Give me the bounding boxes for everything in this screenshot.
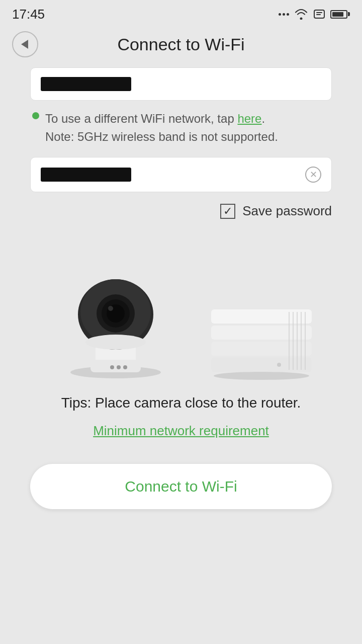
ssid-field[interactable] xyxy=(30,67,332,101)
here-link[interactable]: here xyxy=(237,112,261,125)
svg-rect-17 xyxy=(279,239,285,294)
svg-point-14 xyxy=(108,306,113,311)
svg-rect-16 xyxy=(229,244,235,294)
header: Connect to Wi-Fi xyxy=(0,26,362,67)
clear-password-button[interactable]: ✕ xyxy=(305,167,321,183)
signal-dots-icon xyxy=(279,13,289,16)
min-network-link[interactable]: Minimum network requirement xyxy=(93,423,269,438)
password-redacted xyxy=(41,168,131,182)
svg-point-6 xyxy=(110,365,114,369)
sim-icon xyxy=(313,9,325,19)
save-password-checkbox[interactable]: ✓ xyxy=(220,204,235,219)
save-password-row: ✓ Save password xyxy=(30,203,332,219)
back-arrow-icon xyxy=(21,40,28,49)
page-title: Connect to Wi-Fi xyxy=(117,35,244,54)
content-area: To use a different WiFi network, tap her… xyxy=(0,67,362,439)
connect-wifi-button[interactable]: Connect to Wi-Fi xyxy=(30,464,332,509)
svg-rect-5 xyxy=(90,360,141,372)
router-illustration xyxy=(201,239,322,380)
svg-point-15 xyxy=(85,335,146,350)
svg-point-8 xyxy=(123,365,127,369)
battery-icon xyxy=(330,10,350,19)
status-time: 17:45 xyxy=(12,7,45,22)
svg-point-28 xyxy=(214,372,309,380)
green-dot-icon xyxy=(32,112,39,119)
ssid-redacted xyxy=(41,77,131,91)
wifi-note-text: To use a different WiFi network, tap her… xyxy=(45,110,278,146)
status-icons xyxy=(279,9,350,20)
svg-rect-19 xyxy=(211,326,312,340)
connect-button-wrap: Connect to Wi-Fi xyxy=(0,464,362,509)
illustration-area xyxy=(30,239,332,380)
camera-illustration xyxy=(60,249,171,380)
svg-point-27 xyxy=(277,363,281,367)
svg-rect-18 xyxy=(211,309,312,324)
wifi-icon xyxy=(294,9,308,20)
save-password-label: Save password xyxy=(242,203,332,219)
status-bar: 17:45 xyxy=(0,0,362,26)
svg-point-7 xyxy=(117,365,121,369)
min-network-section: Minimum network requirement xyxy=(30,423,332,439)
password-field[interactable]: ✕ xyxy=(30,157,332,192)
wifi-note: To use a different WiFi network, tap her… xyxy=(30,110,332,146)
svg-rect-21 xyxy=(211,358,312,372)
svg-rect-20 xyxy=(211,342,312,356)
tips-text: Tips: Place camera close to the router. xyxy=(30,395,332,411)
back-button[interactable] xyxy=(12,31,38,57)
checkbox-check-icon: ✓ xyxy=(223,206,232,217)
